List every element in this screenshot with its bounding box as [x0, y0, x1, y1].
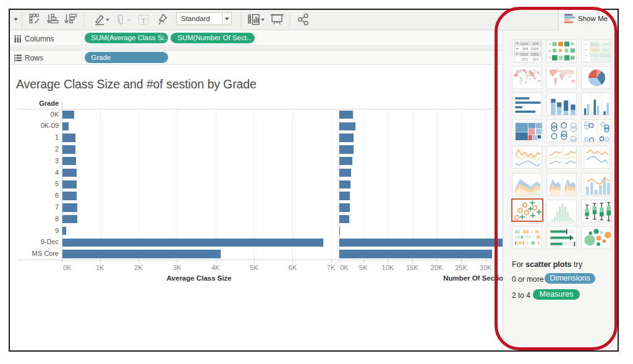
svg-text:Standard: Standard: [181, 15, 210, 22]
svg-text:T: T: [142, 17, 146, 24]
